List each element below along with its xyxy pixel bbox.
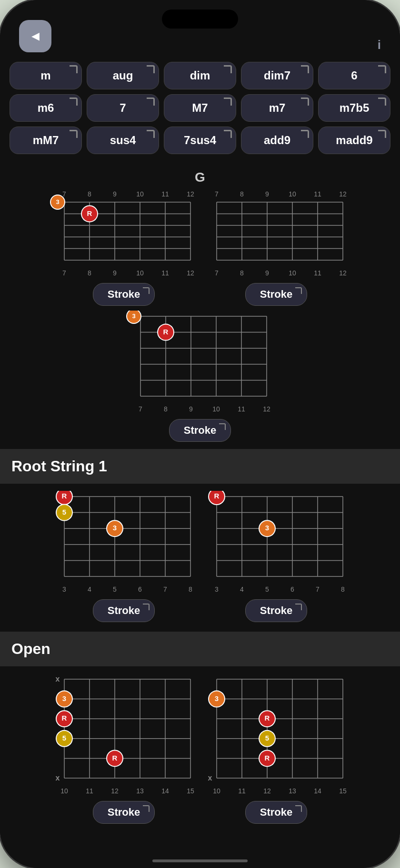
stroke-btn-op2[interactable]: Stroke — [245, 801, 307, 824]
open-diagrams-row: Stroke Stroke — [0, 666, 400, 838]
phone-frame: i m aug dim dim7 6 m6 7 M7 m7 m7b5 mM7 s… — [0, 0, 400, 868]
chord-btn-7[interactable]: 7 — [87, 94, 159, 122]
top-diagram-1: Stroke — [50, 189, 198, 306]
stroke-btn-op1[interactable]: Stroke — [93, 801, 155, 824]
top-diagrams-row: Stroke Stroke — [0, 189, 400, 306]
stroke-btn-rs1[interactable]: Stroke — [93, 599, 155, 622]
chord-btn-dim[interactable]: dim — [164, 62, 236, 89]
chord-btn-m7b5[interactable]: m7b5 — [318, 94, 390, 122]
chord-row-1: m aug dim dim7 6 — [10, 62, 390, 89]
chord-row-3: mM7 sus4 7sus4 add9 madd9 — [10, 127, 390, 154]
top-diagram-2: Stroke — [202, 189, 350, 306]
chord-btn-M7[interactable]: M7 — [164, 94, 236, 122]
chord-row-2: m6 7 M7 m7 m7b5 — [10, 94, 390, 122]
stroke-btn-rs2[interactable]: Stroke — [245, 599, 307, 622]
chord-btn-add9[interactable]: add9 — [241, 127, 313, 154]
stroke-btn-mid[interactable]: Stroke — [169, 419, 231, 442]
stroke-btn-top-1[interactable]: Stroke — [93, 283, 155, 306]
root-string-diagram-2: Stroke — [202, 491, 350, 622]
chord-btn-sus4[interactable]: sus4 — [87, 127, 159, 154]
stroke-btn-top-2[interactable]: Stroke — [245, 283, 307, 306]
chord-btn-dim7[interactable]: dim7 — [241, 62, 313, 89]
back-button[interactable] — [19, 20, 51, 52]
chord-btn-madd9[interactable]: madd9 — [318, 127, 390, 154]
chord-btn-6[interactable]: 6 — [318, 62, 390, 89]
root-string-diagrams-row: Stroke Stroke — [0, 484, 400, 627]
home-indicator — [152, 859, 248, 862]
chord-btn-mM7[interactable]: mM7 — [10, 127, 82, 154]
section-root-string-1: Root String 1 — [0, 449, 400, 484]
chord-btn-m7[interactable]: m7 — [241, 94, 313, 122]
notch — [162, 10, 238, 29]
open-diagram-1: Stroke — [50, 673, 198, 824]
phone-screen: i m aug dim dim7 6 m6 7 M7 m7 m7b5 mM7 s… — [0, 0, 400, 868]
status-bar: i — [0, 0, 400, 57]
section-title-open: Open — [11, 640, 389, 658]
chord-type-section: m aug dim dim7 6 m6 7 M7 m7 m7b5 mM7 sus… — [0, 57, 400, 166]
chord-btn-m[interactable]: m — [10, 62, 82, 89]
section-title-root-string: Root String 1 — [11, 458, 389, 475]
root-string-diagram-1: Stroke — [50, 491, 198, 622]
chord-btn-7sus4[interactable]: 7sus4 — [164, 127, 236, 154]
middle-diagram: Stroke — [0, 306, 400, 444]
chord-btn-aug[interactable]: aug — [87, 62, 159, 89]
info-button[interactable]: i — [378, 38, 381, 52]
root-note-label: G — [0, 170, 400, 185]
chord-btn-m6[interactable]: m6 — [10, 94, 82, 122]
section-open: Open — [0, 632, 400, 666]
open-diagram-2: Stroke — [202, 673, 350, 824]
